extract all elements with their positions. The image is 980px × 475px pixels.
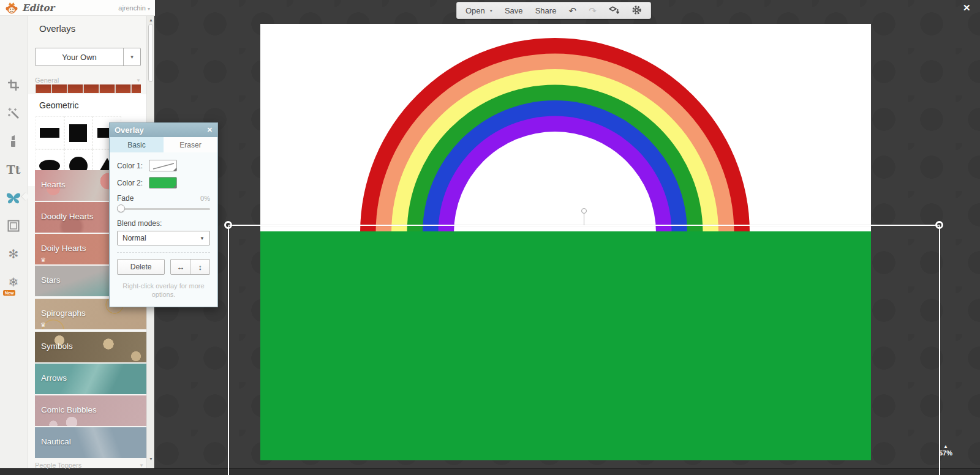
- dialog-close-icon[interactable]: ✕: [207, 126, 213, 134]
- selection-handle-right[interactable]: [935, 221, 943, 229]
- textures-doily-icon[interactable]: ✻: [4, 246, 23, 262]
- new-badge: New: [3, 290, 15, 296]
- overlays-butterfly-icon[interactable]: [4, 190, 23, 206]
- flip-horizontal-icon[interactable]: ↔: [171, 260, 190, 274]
- monkey-logo-icon: [5, 1, 18, 15]
- fade-slider-thumb[interactable]: [117, 204, 125, 212]
- selection-top-edge[interactable]: [228, 225, 940, 226]
- fade-label: Fade: [117, 194, 134, 203]
- swatch-caret-icon: [173, 168, 176, 171]
- premium-crown-icon: ♛: [40, 256, 46, 263]
- divider: [117, 252, 210, 253]
- delete-button[interactable]: Delete: [117, 259, 165, 275]
- crop-tool-icon[interactable]: [4, 77, 23, 93]
- bottom-edge: [0, 468, 980, 475]
- scroll-up-icon[interactable]: ▲: [147, 18, 155, 22]
- app-header: Editor ajrenchin ▾: [0, 0, 155, 16]
- share-button[interactable]: Share: [535, 6, 557, 15]
- scrollbar-thumb[interactable]: [148, 24, 153, 82]
- open-caret-icon[interactable]: ▾: [490, 8, 492, 13]
- swatch-caret-icon: [173, 185, 176, 188]
- tab-eraser[interactable]: Eraser: [164, 137, 217, 152]
- dialog-header[interactable]: Overlay ✕: [110, 123, 217, 137]
- your-own-button[interactable]: Your Own ▾: [35, 48, 141, 66]
- save-button[interactable]: Save: [505, 6, 523, 15]
- fade-slider[interactable]: [117, 204, 210, 213]
- selection-handle-left[interactable]: [224, 221, 232, 229]
- category-symbols[interactable]: Symbols: [35, 332, 149, 362]
- user-caret-icon: ▾: [148, 6, 150, 12]
- flip-vertical-icon[interactable]: ↕: [190, 260, 209, 274]
- rotate-handle[interactable]: [581, 208, 587, 214]
- shape-rectangle[interactable]: [36, 116, 64, 149]
- dialog-title: Overlay: [115, 125, 207, 135]
- blend-modes-label: Blend modes:: [117, 219, 210, 228]
- color2-swatch[interactable]: [149, 177, 177, 189]
- rotate-handle-stem: [584, 213, 584, 225]
- frames-icon[interactable]: [4, 218, 23, 234]
- zoom-caret-icon[interactable]: ▲: [933, 444, 958, 449]
- top-toolbar: Open ▾ Save Share ↶ ↷: [456, 2, 651, 19]
- color1-label: Color 1:: [117, 162, 149, 170]
- canvas[interactable]: [260, 24, 871, 460]
- themes-snowflake-icon[interactable]: ❄ New: [4, 274, 23, 290]
- previous-category-thumbnail[interactable]: [35, 84, 141, 93]
- group-caret-icon: ▼: [136, 78, 141, 83]
- dialog-hint: Right-click overlay for more options.: [117, 282, 210, 301]
- dialog-tabs: Basic Eraser: [110, 137, 217, 152]
- touchup-lipstick-icon[interactable]: [4, 133, 23, 149]
- fade-value: 0%: [200, 195, 210, 202]
- tab-basic[interactable]: Basic: [110, 137, 164, 152]
- zoom-indicator: ▲ 57%: [933, 444, 958, 457]
- color1-swatch[interactable]: [149, 160, 177, 171]
- dialog-body: Color 1: Color 2: Fade 0% Blend modes: N…: [110, 152, 217, 307]
- selection-left-edge[interactable]: [228, 225, 229, 475]
- text-tool-icon[interactable]: Tt: [4, 162, 23, 178]
- premium-crown-icon: ♛: [40, 321, 46, 328]
- gear-icon[interactable]: [631, 5, 642, 17]
- color2-label: Color 2:: [117, 179, 149, 187]
- app-title: Editor: [22, 2, 54, 13]
- zoom-level[interactable]: 57%: [933, 449, 958, 457]
- category-arrows[interactable]: Arrows: [35, 364, 149, 394]
- your-own-label[interactable]: Your Own: [36, 48, 123, 65]
- geometric-title: Geometric: [39, 100, 79, 110]
- logo[interactable]: Editor: [5, 1, 54, 15]
- magic-wand-icon[interactable]: [4, 105, 23, 121]
- user-menu[interactable]: ajrenchin ▾: [118, 4, 150, 12]
- open-button[interactable]: Open: [466, 6, 485, 15]
- rainbow-image[interactable]: [360, 38, 750, 233]
- redo-icon[interactable]: ↷: [589, 6, 597, 15]
- select-caret-icon: ▼: [200, 236, 205, 241]
- tool-rail: Tt ✻ ❄ New: [0, 16, 28, 468]
- close-icon[interactable]: ✕: [963, 2, 971, 13]
- your-own-caret-icon[interactable]: ▾: [123, 48, 140, 65]
- panel-title: Overlays: [39, 23, 75, 34]
- people-toppers-dropdown[interactable]: People Toppers ▼: [35, 460, 144, 470]
- green-rectangle-overlay[interactable]: [260, 231, 871, 460]
- selection-right-edge[interactable]: [939, 225, 940, 475]
- shape-square[interactable]: [64, 116, 93, 149]
- flip-button-group: ↔ ↕: [170, 259, 210, 275]
- overlay-dialog: Overlay ✕ Basic Eraser Color 1: Color 2:…: [109, 122, 218, 307]
- people-toppers-caret-icon: ▼: [139, 463, 144, 468]
- undo-icon[interactable]: ↶: [569, 6, 577, 15]
- scroll-down-icon[interactable]: ▼: [147, 457, 155, 461]
- category-comic-bubbles[interactable]: Comic Bubbles: [35, 395, 149, 426]
- flatten-layers-icon[interactable]: [609, 6, 619, 16]
- blend-mode-select[interactable]: Normal ▼: [117, 231, 210, 245]
- category-nautical[interactable]: Nautical: [35, 427, 149, 458]
